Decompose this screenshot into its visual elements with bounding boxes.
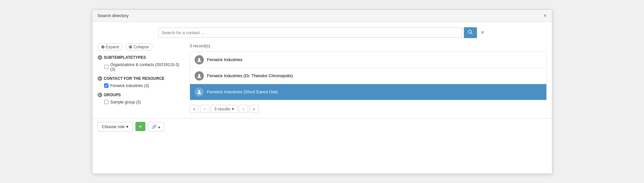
result-item[interactable]: Fenwick Industries (Dr. Theodor Chronopo… <box>190 68 546 84</box>
filter-item-sample: Sample group (3) <box>98 99 184 105</box>
subtemplates-toggle-icon: + <box>98 55 102 60</box>
add-button[interactable]: + <box>135 122 145 131</box>
choose-role-button[interactable]: Choose role ▾ <box>98 122 133 131</box>
search-input[interactable] <box>158 28 462 38</box>
chevron-down-icon: ▾ <box>126 124 129 129</box>
content-row: Expand Collapse + SUBTEMPLATETYPES <box>92 43 552 118</box>
pagination-next-button[interactable]: › <box>239 105 248 113</box>
fenwick-checkbox[interactable] <box>104 83 108 88</box>
result-item-selected[interactable]: Fenwick Industries (Short Eared Owl) <box>190 84 546 100</box>
fenwick-label[interactable]: Fenwick Industries (3) <box>110 83 149 88</box>
expand-collapse-row: Expand Collapse <box>98 43 184 51</box>
main-panel: 3 record(s) Fenwick Industries <box>190 43 547 113</box>
contact-icon-3 <box>197 89 202 95</box>
filter-section-groups: + GROUPS Sample group (3) <box>98 93 184 105</box>
orgs-label[interactable]: Organizations & contacts (ISO19115-3) (3… <box>110 62 184 72</box>
search-directory-modal: Search directory × × Expand <box>92 10 552 174</box>
pagination: « ‹ 3 results ▾ › » <box>190 105 547 113</box>
filter-item-orgs: Organizations & contacts (ISO19115-3) (3… <box>98 62 184 72</box>
expand-button[interactable]: Expand <box>98 43 123 51</box>
result-item[interactable]: Fenwick Industries <box>190 52 546 68</box>
orgs-checkbox[interactable] <box>104 65 108 69</box>
expand-dot-icon <box>101 45 105 49</box>
pagination-first-button[interactable]: « <box>190 105 199 113</box>
filter-section-contact: + CONTACT FOR THE RESOURCE Fenwick Indus… <box>98 76 184 89</box>
result-icon-1 <box>195 55 204 64</box>
sample-checkbox[interactable] <box>104 100 108 104</box>
sample-label[interactable]: Sample group (3) <box>110 100 141 104</box>
modal-title: Search directory <box>98 13 129 18</box>
collapse-dot-icon <box>129 45 132 49</box>
chevron-down-icon: ▾ <box>232 106 234 111</box>
groups-toggle-icon: + <box>98 93 102 97</box>
pagination-prev-button[interactable]: ‹ <box>200 105 209 113</box>
result-label-1: Fenwick Industries <box>207 57 243 62</box>
link-settings-button[interactable]: 🔗 ▴ <box>148 122 164 131</box>
collapse-button[interactable]: Collapse <box>125 43 153 51</box>
contact-toggle-icon: + <box>98 76 102 81</box>
result-icon-3 <box>195 87 204 97</box>
result-icon-2 <box>195 71 204 80</box>
contact-icon-1 <box>197 57 202 62</box>
modal-header: Search directory × <box>92 10 552 22</box>
filter-section-subtemplates: + SUBTEMPLATETYPES Organizations & conta… <box>98 55 184 72</box>
result-label-3: Fenwick Industries (Short Eared Owl) <box>207 89 278 94</box>
records-count: 3 record(s) <box>190 43 547 48</box>
result-list: Fenwick Industries Fenwick Industries (D… <box>190 52 547 100</box>
clear-search-button[interactable]: × <box>479 30 486 35</box>
subtemplates-header[interactable]: + SUBTEMPLATETYPES <box>98 55 184 60</box>
contact-header[interactable]: + CONTACT FOR THE RESOURCE <box>98 76 184 81</box>
pagination-results-button[interactable]: 3 results ▾ <box>211 105 238 113</box>
link-icon: 🔗 <box>152 124 157 129</box>
contact-icon-2 <box>197 73 202 79</box>
modal-close-button[interactable]: × <box>543 13 546 18</box>
filter-item-fenwick: Fenwick Industries (3) <box>98 83 184 89</box>
result-label-2: Fenwick Industries (Dr. Theodor Chronopo… <box>207 73 293 78</box>
search-bar-row: × <box>92 22 552 43</box>
pagination-last-button[interactable]: » <box>250 105 259 113</box>
groups-header[interactable]: + GROUPS <box>98 93 184 97</box>
modal-body: × Expand Collapse <box>92 22 552 118</box>
search-button[interactable] <box>464 27 477 38</box>
sidebar: Expand Collapse + SUBTEMPLATETYPES <box>98 43 190 113</box>
search-icon <box>468 30 473 34</box>
modal-footer: Choose role ▾ + 🔗 ▴ <box>92 118 552 135</box>
chevron-up-icon: ▴ <box>158 124 160 129</box>
